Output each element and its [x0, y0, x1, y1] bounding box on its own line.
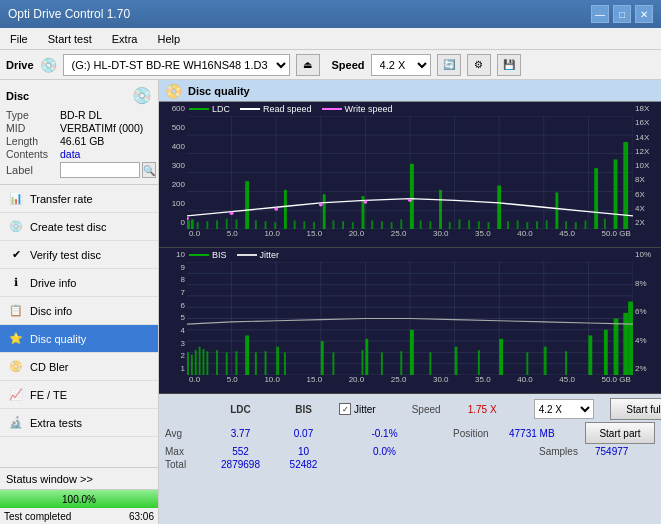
- svg-rect-21: [284, 190, 287, 229]
- svg-rect-117: [544, 347, 547, 375]
- avg-bis: 0.07: [276, 428, 331, 439]
- menu-start-test[interactable]: Start test: [42, 31, 98, 47]
- sidebar-item-create-test-disc[interactable]: 💿 Create test disc: [0, 213, 158, 241]
- jitter-checkbox[interactable]: ✓: [339, 403, 351, 415]
- lower-chart: BIS Jitter 10987654321 10%8%6%4%2%: [159, 248, 661, 394]
- progress-text: 100.0%: [0, 494, 158, 505]
- stats-bis-header: BIS: [276, 404, 331, 415]
- sidebar-item-cd-bler[interactable]: 📀 CD Bler: [0, 353, 158, 381]
- legend-ldc: LDC: [189, 104, 230, 114]
- status-text: Test completed: [4, 511, 71, 522]
- samples-stat-label: Samples: [539, 446, 589, 457]
- eject-button[interactable]: ⏏: [296, 54, 320, 76]
- svg-rect-108: [365, 339, 368, 375]
- legend-write-speed-color: [322, 108, 342, 110]
- svg-rect-111: [410, 330, 414, 375]
- svg-rect-43: [352, 222, 354, 229]
- svg-rect-38: [294, 220, 296, 229]
- svg-rect-41: [332, 220, 334, 229]
- sidebar-item-drive-info[interactable]: ℹ Drive info: [0, 269, 158, 297]
- app-title: Opti Drive Control 1.70: [8, 7, 130, 21]
- upper-chart-svg: [187, 116, 633, 229]
- speed-label: Speed: [332, 59, 365, 71]
- stats-ldc-header: LDC: [213, 404, 268, 415]
- jitter-label: Jitter: [354, 404, 376, 415]
- minimize-button[interactable]: —: [591, 5, 609, 23]
- svg-rect-91: [187, 352, 189, 375]
- disc-length-label: Length: [6, 135, 58, 147]
- svg-rect-19: [410, 164, 414, 229]
- sidebar-item-extra-tests[interactable]: 🔬 Extra tests: [0, 409, 158, 437]
- samples-stat-row: Samples 754977: [539, 446, 655, 457]
- legend-jitter-label: Jitter: [260, 250, 280, 260]
- status-window-button[interactable]: Status window >>: [0, 468, 158, 490]
- disc-label-input[interactable]: [60, 162, 140, 178]
- svg-point-68: [363, 200, 367, 203]
- svg-rect-61: [575, 222, 577, 229]
- settings-button[interactable]: ⚙: [467, 54, 491, 76]
- lower-chart-y-axis-left: 10987654321: [159, 248, 187, 375]
- svg-rect-123: [628, 302, 633, 375]
- svg-rect-110: [400, 351, 402, 375]
- sidebar-item-label-extra-tests: Extra tests: [30, 417, 82, 429]
- svg-rect-44: [371, 220, 373, 229]
- legend-ldc-label: LDC: [212, 104, 230, 114]
- sidebar-item-label-fe-te: FE / TE: [30, 389, 67, 401]
- sidebar-item-verify-test-disc[interactable]: ✔ Verify test disc: [0, 241, 158, 269]
- svg-rect-105: [321, 341, 324, 375]
- disc-label-label: Label: [6, 164, 58, 176]
- svg-rect-93: [195, 350, 197, 375]
- speed-select2[interactable]: 4.2 X: [534, 399, 594, 419]
- sidebar-item-label-transfer-rate: Transfer rate: [30, 193, 93, 205]
- menu-file[interactable]: File: [4, 31, 34, 47]
- svg-rect-107: [362, 350, 364, 375]
- speed-select[interactable]: 4.2 X: [371, 54, 431, 76]
- disc-label-search-button[interactable]: 🔍: [142, 162, 156, 178]
- svg-rect-96: [206, 351, 208, 375]
- svg-rect-55: [507, 221, 509, 229]
- disc-label-row: Label 🔍: [6, 162, 152, 178]
- lower-chart-x-axis: 0.05.010.015.020.025.030.035.040.045.050…: [187, 375, 633, 393]
- svg-rect-114: [478, 350, 480, 375]
- disc-panel: Disc 💿 Type BD-R DL MID VERBATIMf (000) …: [0, 80, 158, 185]
- sidebar-item-label-disc-quality: Disc quality: [30, 333, 86, 345]
- sidebar-item-label-create-test-disc: Create test disc: [30, 221, 106, 233]
- svg-rect-59: [546, 220, 548, 229]
- svg-rect-46: [391, 222, 393, 229]
- disc-quality-title: Disc quality: [188, 85, 250, 97]
- sidebar-item-disc-quality[interactable]: ⭐ Disc quality: [0, 325, 158, 353]
- sidebar-item-disc-info[interactable]: 📋 Disc info: [0, 297, 158, 325]
- drive-select[interactable]: (G:) HL-DT-ST BD-RE WH16NS48 1.D3: [63, 54, 290, 76]
- svg-point-69: [408, 199, 412, 202]
- disc-quality-icon: ⭐: [8, 331, 24, 347]
- svg-rect-104: [284, 352, 286, 375]
- avg-jitter: -0.1%: [357, 428, 412, 439]
- legend-bis-color: [189, 254, 209, 256]
- disc-contents-value: data: [60, 148, 80, 160]
- refresh-button[interactable]: 🔄: [437, 54, 461, 76]
- close-button[interactable]: ✕: [635, 5, 653, 23]
- start-part-button[interactable]: Start part: [585, 422, 655, 444]
- menu-extra[interactable]: Extra: [106, 31, 144, 47]
- total-label: Total: [165, 459, 205, 470]
- disc-mid-row: MID VERBATIMf (000): [6, 122, 152, 134]
- svg-rect-30: [197, 222, 199, 229]
- svg-point-65: [230, 212, 234, 215]
- svg-rect-98: [226, 352, 228, 375]
- svg-rect-25: [497, 186, 501, 229]
- lower-chart-y-axis-right: 10%8%6%4%2%: [633, 248, 661, 375]
- sidebar-item-fe-te[interactable]: 📈 FE / TE: [0, 381, 158, 409]
- maximize-button[interactable]: □: [613, 5, 631, 23]
- right-stats-samples: Samples 754977: [539, 446, 655, 457]
- start-full-button[interactable]: Start full: [610, 398, 661, 420]
- max-ldc: 552: [213, 446, 268, 457]
- menu-help[interactable]: Help: [151, 31, 186, 47]
- max-bis: 10: [276, 446, 331, 457]
- upper-chart-svg-area: [187, 116, 633, 229]
- progress-bar: 100.0%: [0, 490, 158, 508]
- save-button[interactable]: 💾: [497, 54, 521, 76]
- right-stats-position: Position 47731 MB: [453, 428, 569, 439]
- sidebar-item-transfer-rate[interactable]: 📊 Transfer rate: [0, 185, 158, 213]
- svg-rect-58: [536, 221, 538, 229]
- stats-avg-row: Avg 3.77 0.07 -0.1% Position 47731 MB St…: [165, 422, 655, 444]
